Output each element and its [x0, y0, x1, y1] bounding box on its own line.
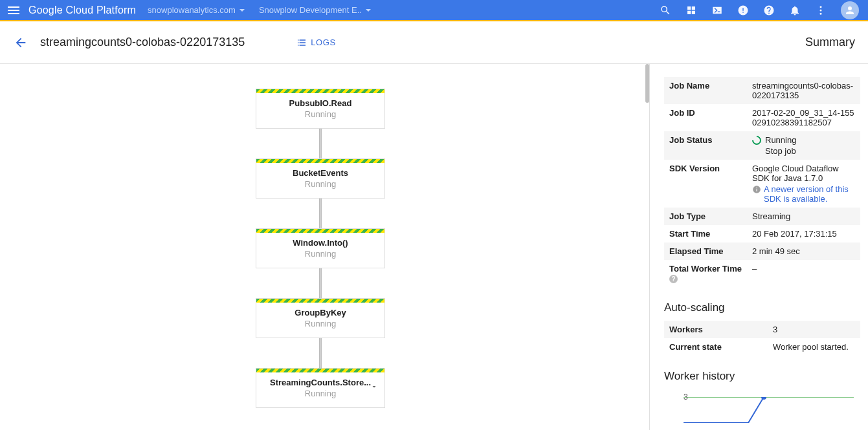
node-status: Running	[256, 249, 384, 259]
logs-label: LOGS	[311, 38, 336, 47]
label: Job ID	[664, 104, 747, 131]
value: Worker pool started.	[768, 338, 860, 356]
topbar-icons	[660, 1, 859, 19]
page-title: streamingcounts0-colobas-0220173135	[40, 36, 245, 49]
label: Workers	[664, 321, 768, 338]
stop-job-link[interactable]: Stop job	[765, 146, 855, 156]
chevron-down-icon	[370, 383, 378, 391]
value: –	[747, 260, 860, 287]
connector	[319, 338, 322, 368]
running-spinner-icon	[750, 134, 763, 147]
label: Job Type	[664, 208, 747, 225]
node-status: Running	[256, 389, 384, 398]
table-row: Current state Worker pool started.	[664, 338, 860, 356]
node-status: Running	[256, 319, 384, 328]
org-selector-label: snowplowanalytics.com	[148, 5, 236, 15]
sdk-version-text: Google Cloud Dataflow SDK for Java 1.7.0	[752, 164, 855, 183]
value: streamingcounts0-colobas-0220173135	[747, 77, 860, 104]
running-stripe	[256, 89, 384, 93]
svg-point-2	[820, 12, 822, 14]
node-title: Window.Into()	[256, 238, 384, 248]
gcp-logo: Google Cloud Platform	[28, 5, 136, 16]
table-row: Elapsed Time 2 min 49 sec	[664, 242, 860, 260]
chevron-down-icon	[366, 9, 371, 12]
notifications-icon[interactable]	[789, 5, 801, 16]
label: Current state	[664, 338, 768, 356]
label: Job Name	[664, 77, 747, 104]
label-text: Total Worker Time	[669, 264, 742, 274]
table-row: Job ID 2017-02-20_09_31_14-1550291023839…	[664, 104, 860, 131]
value: 3	[768, 321, 860, 338]
summary-heading: Summary	[805, 36, 855, 49]
value: 2 min 49 sec	[747, 242, 860, 260]
top-bar: Google Cloud Platform snowplowanalytics.…	[0, 0, 868, 20]
status-text: Running	[765, 135, 796, 145]
sdk-update-link[interactable]: A newer version of this SDK is available…	[752, 184, 855, 204]
running-stripe	[256, 369, 384, 372]
pipeline-node[interactable]: StreamingCounts.Store... Running	[256, 368, 385, 408]
pipeline-node[interactable]: GroupByKey Running	[256, 298, 385, 338]
pipeline-node[interactable]: BucketEvents Running	[256, 158, 385, 199]
subheader: streamingcounts0-colobas-0220173135 LOGS…	[0, 21, 868, 64]
label: Start Time	[664, 225, 747, 242]
worker-history-chart: 3	[664, 391, 860, 429]
table-row: Start Time 20 Feb 2017, 17:31:15	[664, 225, 860, 242]
svg-point-1	[820, 9, 822, 11]
pipeline-node[interactable]: Window.Into() Running	[256, 228, 385, 268]
node-title: GroupByKey	[256, 308, 384, 317]
org-selector[interactable]: snowplowanalytics.com	[148, 5, 245, 15]
value: 2017-02-20_09_31_14-15502910238391182507	[747, 104, 860, 131]
summary-table: Job Name streamingcounts0-colobas-022017…	[664, 77, 860, 287]
table-row: Job Type Streaming	[664, 208, 860, 225]
logs-button[interactable]: LOGS	[296, 38, 336, 48]
help-icon[interactable]	[763, 5, 775, 16]
svg-point-0	[820, 6, 822, 8]
project-selector-label: Snowplow Development E..	[259, 5, 362, 15]
autoscaling-table: Workers 3 Current state Worker pool star…	[664, 321, 860, 356]
table-row: Job Status Running Stop job	[664, 131, 860, 160]
running-stripe	[256, 299, 384, 303]
connector	[319, 129, 322, 158]
connector	[319, 199, 322, 228]
table-row: SDK Version Google Cloud Dataflow SDK fo…	[664, 160, 860, 208]
pipeline-flow: PubsubIO.Read Running BucketEvents Runni…	[256, 89, 385, 408]
info-icon	[752, 185, 761, 194]
alert-icon[interactable]	[737, 5, 749, 16]
help-icon[interactable]: ?	[669, 275, 678, 283]
back-button[interactable]	[13, 35, 28, 50]
value: Running Stop job	[747, 131, 860, 160]
summary-panel: Job Name streamingcounts0-colobas-022017…	[650, 64, 868, 430]
value: Streaming	[747, 208, 860, 225]
main-area: PubsubIO.Read Running BucketEvents Runni…	[0, 64, 868, 430]
more-vert-icon[interactable]	[815, 5, 827, 16]
autoscaling-heading: Auto-scaling	[664, 301, 860, 314]
node-status: Running	[256, 179, 384, 189]
node-status: Running	[256, 109, 384, 119]
gift-icon[interactable]	[685, 5, 697, 16]
chart-line	[684, 397, 852, 423]
cloud-shell-icon[interactable]	[711, 5, 723, 16]
pipeline-canvas[interactable]: PubsubIO.Read Running BucketEvents Runni…	[0, 64, 650, 430]
pipeline-node[interactable]: PubsubIO.Read Running	[256, 89, 385, 129]
worker-history-heading: Worker history	[664, 370, 860, 383]
nav-menu-button[interactable]	[8, 4, 21, 17]
chevron-down-icon	[239, 9, 245, 12]
table-row: Total Worker Time ? –	[664, 260, 860, 287]
search-icon[interactable]	[660, 5, 671, 16]
label: Job Status	[664, 131, 747, 160]
account-avatar[interactable]	[841, 1, 859, 19]
scrollbar-thumb[interactable]	[645, 64, 649, 103]
value: 20 Feb 2017, 17:31:15	[747, 225, 860, 242]
running-stripe	[256, 229, 384, 233]
node-title: BucketEvents	[256, 168, 384, 178]
project-selector[interactable]: Snowplow Development E..	[259, 5, 371, 15]
label: Total Worker Time ?	[664, 260, 747, 287]
sdk-update-text: A newer version of this SDK is available…	[764, 184, 855, 204]
running-stripe	[256, 159, 384, 163]
label: SDK Version	[664, 160, 747, 208]
connector	[319, 268, 322, 298]
value: Google Cloud Dataflow SDK for Java 1.7.0…	[747, 160, 860, 208]
label: Elapsed Time	[664, 242, 747, 260]
table-row: Workers 3	[664, 321, 860, 338]
node-title: PubsubIO.Read	[256, 98, 384, 108]
